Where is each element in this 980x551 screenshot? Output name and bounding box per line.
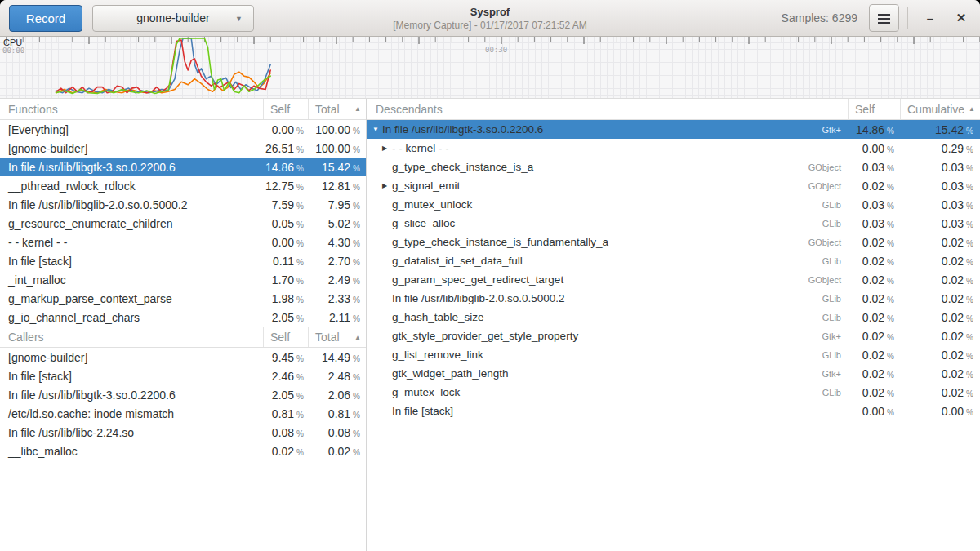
table-row[interactable]: In file [stack]2.46%2.48% xyxy=(0,367,366,385)
total-percentage: 14.49% xyxy=(309,351,366,364)
table-row[interactable]: _int_malloc1.70%2.49% xyxy=(0,270,366,289)
self-percentage: 0.02% xyxy=(849,311,901,324)
tree-cell: ▼In file /usr/lib/libgtk-3.so.0.2200.6 xyxy=(368,123,787,136)
callers-self-column-header[interactable]: Self xyxy=(264,327,309,347)
table-row[interactable]: g_markup_parse_context_parse1.98%2.33% xyxy=(0,289,366,308)
process-selector-dropdown[interactable]: gnome-builder ▼ xyxy=(92,5,254,32)
expander-closed-icon[interactable]: ▶ xyxy=(382,144,392,152)
expander-open-icon[interactable]: ▼ xyxy=(372,126,382,133)
value-number: 0.00 xyxy=(942,405,964,418)
tree-row[interactable]: In file /usr/lib/libglib-2.0.so.0.5000.2… xyxy=(368,289,980,308)
percent-sign: % xyxy=(296,277,304,286)
value-number: 7.95 xyxy=(328,198,350,211)
descendants-self-column-header[interactable]: Self xyxy=(849,99,901,119)
table-row[interactable]: In file /usr/lib/libc-2.24.so0.08%0.08% xyxy=(0,423,366,442)
tree-row[interactable]: g_datalist_id_set_data_fullGLib0.02%0.02… xyxy=(368,251,980,270)
percent-sign: % xyxy=(296,239,304,248)
time-label-start: 00:00 xyxy=(2,47,24,55)
value-number: 2.46 xyxy=(272,370,294,383)
functions-column-header[interactable]: Functions xyxy=(0,99,264,119)
table-row[interactable]: In file /usr/lib/libgtk-3.so.0.2200.614.… xyxy=(0,158,366,176)
library-tag: GLib xyxy=(787,200,849,210)
self-percentage: 0.02% xyxy=(849,367,901,380)
callers-total-column-header[interactable]: Total ▲ xyxy=(309,327,366,347)
tree-row[interactable]: g_type_check_instance_is_fundamentally_a… xyxy=(368,233,980,251)
cumulative-percentage: 15.42% xyxy=(901,123,980,136)
tree-row[interactable]: In file [stack]0.00%0.00% xyxy=(368,402,980,420)
tree-row[interactable]: g_mutex_lockGLib0.02%0.02% xyxy=(368,383,980,402)
total-percentage: 15.42% xyxy=(309,161,366,174)
value-number: 2.48 xyxy=(328,370,350,383)
cpu-graph[interactable]: CPU 00:00 00:30 xyxy=(0,37,980,99)
value-number: 0.02 xyxy=(862,367,884,380)
descendants-cumulative-column-header[interactable]: Cumulative ▲ xyxy=(901,99,980,119)
tree-row[interactable]: g_param_spec_get_redirect_targetGObject0… xyxy=(368,270,980,289)
percent-sign: % xyxy=(353,183,360,192)
close-button[interactable]: ✕ xyxy=(946,4,977,32)
callers-total-label: Total xyxy=(315,331,340,344)
percent-sign: % xyxy=(887,258,894,267)
record-button[interactable]: Record xyxy=(9,5,82,32)
percent-sign: % xyxy=(966,183,973,192)
total-percentage: 2.48% xyxy=(309,370,366,383)
percent-sign: % xyxy=(296,448,304,457)
percent-sign: % xyxy=(887,333,894,342)
percent-sign: % xyxy=(296,429,304,438)
value-number: 0.02 xyxy=(862,236,884,249)
percent-sign: % xyxy=(966,314,973,323)
library-tag: GLib xyxy=(787,256,849,266)
total-percentage: 4.30% xyxy=(309,236,366,249)
percent-sign: % xyxy=(296,354,304,363)
expander-closed-icon[interactable]: ▶ xyxy=(382,182,392,189)
value-number: 4.30 xyxy=(328,236,350,249)
table-row[interactable]: - - kernel - -0.00%4.30% xyxy=(0,233,366,251)
sort-ascending-icon: ▲ xyxy=(354,105,361,113)
table-row[interactable]: __libc_malloc0.02%0.02% xyxy=(0,442,366,460)
library-tag: GLib xyxy=(787,388,849,398)
tree-row[interactable]: ▶g_signal_emitGObject0.02%0.03% xyxy=(368,176,980,195)
tree-row[interactable]: g_hash_table_sizeGLib0.02%0.02% xyxy=(368,308,980,327)
percent-sign: % xyxy=(887,202,894,211)
tree-row[interactable]: ▶- - kernel - -0.00%0.29% xyxy=(368,139,980,158)
tree-row[interactable]: g_type_check_instance_is_aGObject0.03%0.… xyxy=(368,158,980,176)
function-name: g_param_spec_get_redirect_target xyxy=(392,273,564,286)
table-row[interactable]: [Everything]0.00%100.00% xyxy=(0,120,366,139)
table-row[interactable]: In file /usr/lib/libgtk-3.so.0.2200.62.0… xyxy=(0,385,366,404)
library-tag: GObject xyxy=(787,181,849,191)
tree-row[interactable]: g_list_remove_linkGLib0.02%0.02% xyxy=(368,345,980,364)
table-row[interactable]: __pthread_rwlock_rdlock12.75%12.81% xyxy=(0,176,366,195)
time-label-mid: 00:30 xyxy=(485,46,507,54)
percent-sign: % xyxy=(353,373,360,382)
function-name: g_type_check_instance_is_a xyxy=(392,161,533,173)
total-percentage: 2.06% xyxy=(309,389,366,402)
value-number: 0.02 xyxy=(862,180,884,193)
value-number: 0.02 xyxy=(862,255,884,268)
table-row[interactable]: g_resource_enumerate_children0.05%5.02% xyxy=(0,214,366,233)
table-row[interactable]: g_io_channel_read_chars2.05%2.11% xyxy=(0,308,366,327)
tree-row[interactable]: ▼In file /usr/lib/libgtk-3.so.0.2200.6Gt… xyxy=(368,120,980,139)
menu-button[interactable] xyxy=(869,4,899,32)
tree-row[interactable]: gtk_style_provider_get_style_propertyGtk… xyxy=(368,327,980,345)
table-row[interactable]: /etc/ld.so.cache: inode mismatch0.81%0.8… xyxy=(0,404,366,423)
callers-table-header: Callers Self Total ▲ xyxy=(0,327,366,348)
callers-column-header[interactable]: Callers xyxy=(0,327,264,347)
functions-total-column-header[interactable]: Total ▲ xyxy=(309,99,366,119)
table-row[interactable]: [gnome-builder]9.45%14.49% xyxy=(0,348,366,367)
cumulative-percentage: 0.03% xyxy=(901,198,980,211)
table-row[interactable]: [gnome-builder]26.51%100.00% xyxy=(0,139,366,158)
total-percentage: 2.11% xyxy=(309,311,366,324)
minimize-button[interactable]: – xyxy=(915,4,946,32)
functions-self-column-header[interactable]: Self xyxy=(264,99,309,119)
value-number: 14.86 xyxy=(265,161,294,174)
tree-row[interactable]: g_mutex_unlockGLib0.03%0.03% xyxy=(368,195,980,214)
value-number: 100.00 xyxy=(315,123,350,136)
descendants-cumulative-label: Cumulative xyxy=(907,103,964,116)
table-row[interactable]: In file [stack]0.11%2.70% xyxy=(0,251,366,270)
descendants-pane: Descendants Self Cumulative ▲ ▼In file /… xyxy=(368,99,980,551)
tree-row[interactable]: g_slice_allocGLib0.03%0.03% xyxy=(368,214,980,233)
value-number: 14.49 xyxy=(322,351,350,364)
descendants-column-header[interactable]: Descendants xyxy=(368,99,849,119)
self-percentage: 1.98% xyxy=(264,292,309,305)
table-row[interactable]: In file /usr/lib/libglib-2.0.so.0.5000.2… xyxy=(0,195,366,214)
tree-row[interactable]: gtk_widget_path_lengthGtk+0.02%0.02% xyxy=(368,364,980,383)
